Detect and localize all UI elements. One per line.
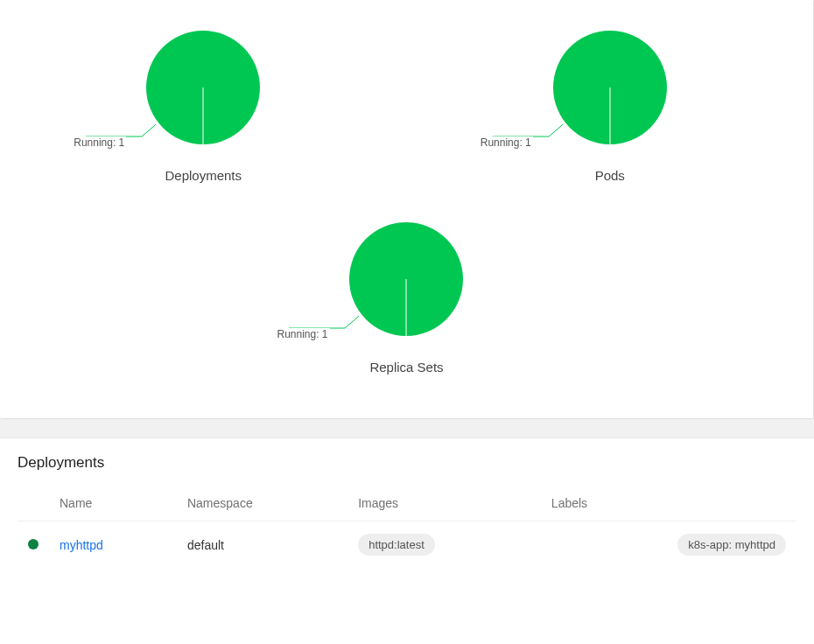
pie-chart-icon: Running: 1 (142, 26, 264, 152)
chart-title: Replica Sets (223, 360, 589, 374)
chart-pods: Running: 1 Pods (427, 9, 793, 200)
chart-status-label: Running: 1 (275, 328, 329, 340)
pie-chart-icon: Running: 1 (345, 218, 467, 344)
status-running-icon (28, 539, 39, 550)
chart-title: Deployments (20, 168, 386, 183)
deployments-table: Name Namespace Images Labels myhttpd def… (18, 487, 796, 568)
chart-title: Pods (427, 168, 793, 183)
pie-chart-icon: Running: 1 (549, 26, 671, 152)
chart-status-label: Running: 1 (72, 136, 126, 149)
col-labels[interactable]: Labels (541, 487, 796, 522)
chart-status-label: Running: 1 (479, 136, 533, 149)
chart-replica-sets: Running: 1 Replica Sets (223, 200, 589, 392)
label-chip[interactable]: k8s-app: myhttpd (677, 534, 786, 556)
workload-status-row-2: Running: 1 Replica Sets (0, 200, 813, 392)
table-row: myhttpd default httpd:latest k8s-app: my… (18, 522, 796, 569)
col-images[interactable]: Images (347, 487, 541, 522)
workload-status-row-1: Running: 1 Deployments Running: 1 Pods (0, 9, 813, 200)
cell-namespace: default (177, 522, 347, 569)
table-header-row: Name Namespace Images Labels (18, 487, 796, 522)
image-chip[interactable]: httpd:latest (358, 534, 435, 556)
deployment-link[interactable]: myhttpd (60, 538, 103, 552)
col-name[interactable]: Name (49, 487, 177, 522)
workload-status-card: Running: 1 Deployments Running: 1 Pods (0, 0, 814, 419)
deployments-section: Deployments Name Namespace Images Labels… (0, 438, 814, 577)
chart-deployments: Running: 1 Deployments (20, 9, 386, 200)
col-namespace[interactable]: Namespace (177, 487, 347, 522)
col-status (18, 487, 49, 522)
section-gap (0, 419, 814, 438)
section-title: Deployments (18, 454, 796, 472)
